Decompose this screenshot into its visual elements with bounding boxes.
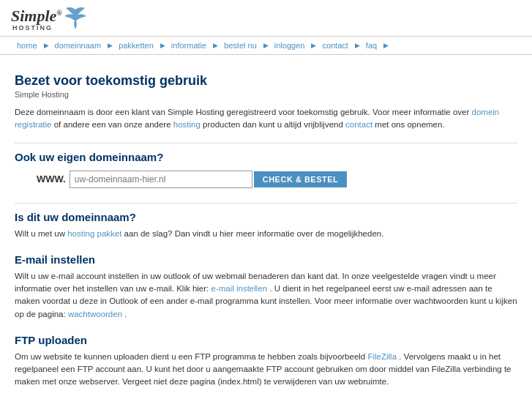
- is-dit-title: Is dit uw domeinnaam?: [15, 211, 517, 223]
- main-content: Bezet voor toekomstig gebruik Simple Hos…: [0, 55, 532, 399]
- hosting-pakket-link[interactable]: hosting pakket: [67, 229, 121, 238]
- nav-link-informatie[interactable]: informatie: [165, 37, 212, 54]
- nav-arrow-inloggen: ▶: [311, 42, 316, 49]
- nav: home ▶ domeinnaam ▶ pakketten ▶ informat…: [0, 37, 532, 55]
- nav-item-faq[interactable]: faq ▶: [360, 37, 389, 54]
- nav-arrow-contact: ▶: [355, 42, 360, 49]
- logo-text: Simple®: [11, 7, 62, 25]
- nav-link-contact[interactable]: contact: [316, 37, 353, 54]
- check-bestel-button[interactable]: CHECK & BESTEL: [254, 171, 348, 187]
- divider-1: [15, 143, 517, 143]
- nav-link-domeinnaam[interactable]: domeinnaam: [49, 37, 108, 54]
- logo-area: Simple® HOSTING: [11, 7, 521, 32]
- nav-link-home[interactable]: home: [11, 37, 43, 54]
- nav-arrow-faq: ▶: [383, 42, 389, 49]
- email-paragraph: Wilt u uw e-mail account instellen in uw…: [15, 270, 517, 321]
- page-title: Bezet voor toekomstig gebruik: [15, 73, 517, 89]
- intro-text-part1: Deze domeinnaam is door een klant van Si…: [15, 108, 469, 116]
- domain-section-title: Ook uw eigen domeinnaam?: [15, 151, 517, 163]
- www-label: WWW.: [37, 174, 66, 184]
- nav-arrow-informatie: ▶: [213, 42, 218, 49]
- ftp-text1: Om uw website te kunnen uploaden dient u…: [15, 352, 365, 361]
- email-title: E-mail instellen: [15, 253, 517, 266]
- nav-item-contact[interactable]: contact ▶: [316, 37, 359, 54]
- nav-item-domeinnaam[interactable]: domeinnaam ▶: [49, 37, 113, 54]
- logo-sub: HOSTING: [12, 25, 62, 32]
- wachtwoorden-link[interactable]: wachtwoorden: [68, 310, 122, 318]
- nav-item-home[interactable]: home ▶: [11, 37, 49, 54]
- domain-input[interactable]: [70, 171, 252, 188]
- intro-text-of: of andere een van onze andere: [54, 120, 171, 129]
- filezilla-link[interactable]: FileZilla: [367, 352, 397, 361]
- intro-link-contact[interactable]: contact: [345, 120, 372, 129]
- is-dit-paragraph: Wilt u met uw hosting pakket aan de slag…: [15, 228, 517, 240]
- is-dit-text2: aan de slag? Dan vindt u hier meer infor…: [124, 229, 384, 238]
- nav-link-pakketten[interactable]: pakketten: [113, 37, 160, 54]
- nav-item-bestel[interactable]: bestel nu ▶: [218, 37, 269, 54]
- nav-link-bestel[interactable]: bestel nu: [218, 37, 263, 54]
- domain-input-row: WWW. CHECK & BESTEL: [37, 171, 517, 188]
- is-dit-section: Is dit uw domeinnaam? Wilt u met uw host…: [15, 211, 517, 240]
- intro-text-mid2: producten dan kunt u altijd vrijblijvend: [203, 120, 343, 129]
- nav-arrow-domeinnaam: ▶: [108, 42, 113, 49]
- nav-link-inloggen[interactable]: inloggen: [269, 37, 311, 54]
- nav-arrow-home: ▶: [44, 42, 49, 49]
- nav-item-informatie[interactable]: informatie ▶: [165, 37, 218, 54]
- intro-link-hosting[interactable]: hosting: [173, 120, 201, 129]
- is-dit-text1: Wilt u met uw: [15, 229, 65, 238]
- nav-item-pakketten[interactable]: pakketten ▶: [113, 37, 165, 54]
- nav-arrow-bestel: ▶: [263, 42, 269, 49]
- header: Simple® HOSTING: [0, 0, 532, 37]
- email-section: E-mail instellen Wilt u uw e-mail accoun…: [15, 253, 517, 321]
- page-subtitle: Simple Hosting: [15, 90, 517, 99]
- email-instellen-link[interactable]: e-mail instellen: [211, 284, 267, 293]
- logo-bird-icon: [64, 7, 86, 31]
- ftp-title: FTP uploaden: [15, 334, 517, 346]
- intro-paragraph: Deze domeinnaam is door een klant van Si…: [15, 106, 517, 132]
- domain-section: Ook uw eigen domeinnaam? WWW. CHECK & BE…: [15, 151, 517, 188]
- logo: Simple® HOSTING: [11, 7, 86, 32]
- ftp-section: FTP uploaden Om uw website te kunnen upl…: [15, 334, 517, 389]
- nav-item-inloggen[interactable]: inloggen ▶: [269, 37, 317, 54]
- divider-2: [15, 203, 517, 204]
- ftp-paragraph: Om uw website te kunnen uploaden dient u…: [15, 351, 517, 389]
- intro-text-end: met ons opnemen.: [375, 120, 444, 129]
- email-text3: .: [124, 310, 127, 318]
- nav-arrow-pakketten: ▶: [160, 42, 165, 49]
- nav-link-faq[interactable]: faq: [360, 37, 383, 54]
